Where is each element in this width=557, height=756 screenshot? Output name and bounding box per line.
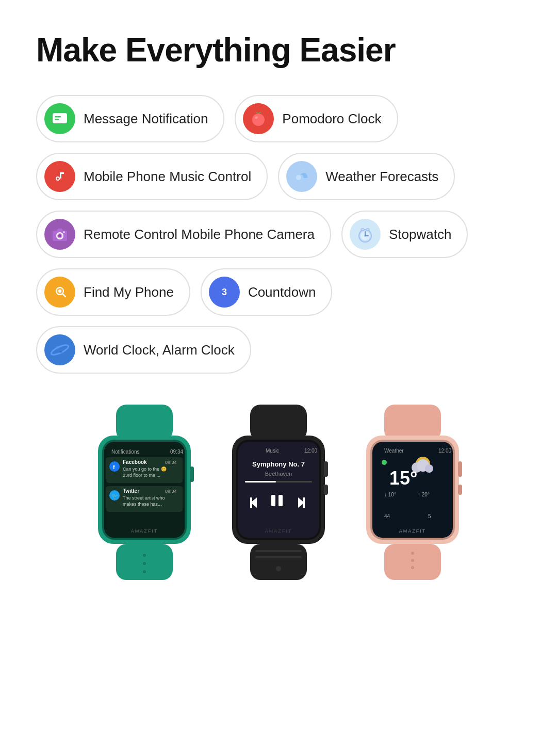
svg-text:09:34: 09:34 (165, 460, 177, 465)
svg-rect-89 (372, 442, 453, 538)
features-row-4: Find My Phone 3 Countdown (36, 268, 521, 316)
feature-pill-weather: Weather Forecasts (278, 153, 455, 200)
features-grid: Message Notification Pomodoro Clock (36, 95, 521, 374)
svg-text:Can you go to the 😊: Can you go to the 😊 (123, 466, 167, 472)
message-notification-label: Message Notification (84, 111, 208, 127)
svg-text:5: 5 (428, 513, 431, 519)
svg-rect-85 (384, 405, 441, 441)
svg-text:🐦: 🐦 (111, 492, 119, 500)
svg-point-13 (296, 175, 301, 180)
svg-text:Symphony No. 7: Symphony No. 7 (252, 460, 305, 468)
svg-text:Twitter: Twitter (123, 488, 139, 494)
world-clock-label: World Clock, Alarm Clock (84, 342, 235, 358)
svg-text:Notifications: Notifications (111, 449, 139, 455)
svg-rect-74 (250, 497, 252, 508)
green-watch: Notifications 09:34 f Facebook 09:34 Can… (83, 405, 206, 582)
svg-point-96 (425, 464, 433, 473)
pomodoro-clock-label: Pomodoro Clock (282, 111, 381, 127)
weather-forecasts-label: Weather Forecasts (325, 169, 438, 185)
svg-rect-103 (458, 461, 462, 477)
svg-text:44: 44 (384, 513, 390, 519)
feature-pill-message-notification: Message Notification (36, 95, 224, 142)
feature-pill-countdown: 3 Countdown (201, 268, 333, 316)
world-clock-icon (44, 334, 75, 365)
svg-text:makes these has...: makes these has... (123, 502, 162, 507)
svg-text:↓ 10°: ↓ 10° (384, 492, 396, 497)
svg-rect-0 (53, 113, 67, 123)
countdown-icon: 3 (209, 277, 240, 308)
svg-rect-76 (278, 495, 283, 506)
svg-rect-1 (55, 116, 61, 118)
stopwatch-icon (350, 219, 381, 250)
svg-rect-72 (245, 481, 276, 482)
svg-rect-81 (324, 485, 328, 495)
feature-pill-music-control: Mobile Phone Music Control (36, 153, 268, 200)
feature-pill-find-phone: Find My Phone (36, 268, 190, 316)
features-row-5: World Clock, Alarm Clock (36, 326, 521, 374)
svg-text:23rd floor to me ...: 23rd floor to me ... (123, 473, 160, 478)
svg-rect-63 (250, 544, 307, 580)
svg-text:12:00: 12:00 (438, 448, 451, 454)
svg-point-16 (58, 234, 61, 237)
weather-forecasts-icon (286, 161, 317, 192)
feature-pill-pomodoro-clock: Pomodoro Clock (235, 95, 398, 142)
svg-rect-104 (458, 485, 462, 495)
svg-rect-66 (238, 442, 319, 538)
svg-text:15°: 15° (389, 468, 417, 489)
svg-point-106 (411, 559, 414, 562)
feature-pill-camera: Remote Control Mobile Phone Camera (36, 211, 331, 258)
feature-pill-world-clock: World Clock, Alarm Clock (36, 326, 251, 374)
watches-section: Notifications 09:34 f Facebook 09:34 Can… (36, 405, 521, 582)
svg-text:Music: Music (266, 448, 279, 454)
camera-icon (44, 219, 75, 250)
svg-point-105 (411, 552, 414, 555)
page-title: Make Everything Easier (36, 31, 521, 69)
black-watch: Music 12:00 Symphony No. 7 Beethoven (217, 405, 340, 582)
message-notification-icon (44, 103, 75, 134)
features-row-2: Mobile Phone Music Control Weather Forec… (36, 153, 521, 200)
svg-point-3 (252, 114, 265, 126)
svg-text:AMAZFIT: AMAZFIT (131, 528, 158, 534)
svg-point-27 (58, 289, 61, 293)
svg-text:09:34: 09:34 (165, 489, 177, 494)
find-phone-icon (44, 277, 75, 308)
music-control-label: Mobile Phone Music Control (84, 169, 251, 185)
svg-rect-58 (190, 467, 194, 482)
svg-rect-82 (255, 550, 302, 552)
svg-point-84 (276, 566, 281, 571)
svg-text:3: 3 (222, 287, 227, 297)
find-phone-label: Find My Phone (84, 284, 174, 300)
svg-text:AMAZFIT: AMAZFIT (265, 528, 292, 534)
svg-point-23 (366, 229, 369, 231)
svg-point-34 (59, 351, 62, 353)
countdown-label: Countdown (248, 284, 316, 300)
svg-text:Facebook: Facebook (123, 459, 147, 465)
svg-point-17 (63, 231, 65, 233)
svg-text:AMAZFIT: AMAZFIT (399, 528, 427, 534)
pomodoro-clock-icon (243, 103, 274, 134)
svg-rect-80 (324, 461, 328, 477)
svg-point-92 (382, 460, 387, 465)
features-row-1: Message Notification Pomodoro Clock (36, 95, 521, 142)
svg-text:09:34: 09:34 (170, 449, 183, 455)
page-wrapper: Make Everything Easier Message Notificat… (0, 0, 557, 613)
svg-point-61 (143, 570, 146, 573)
svg-text:Beethoven: Beethoven (265, 471, 292, 477)
feature-pill-stopwatch: Stopwatch (341, 211, 468, 258)
svg-rect-75 (271, 495, 275, 506)
stopwatch-label: Stopwatch (389, 227, 451, 243)
svg-point-60 (143, 562, 146, 565)
svg-point-22 (361, 229, 364, 231)
svg-rect-8 (60, 172, 64, 174)
svg-point-59 (143, 554, 146, 557)
pink-watch: Weather 12:00 15° ↓ 10° ↑ 20° 44 5 AMAZF… (351, 405, 474, 582)
svg-rect-83 (255, 556, 302, 558)
svg-point-107 (411, 566, 414, 569)
svg-text:f: f (113, 464, 115, 470)
svg-rect-78 (303, 497, 305, 508)
camera-label: Remote Control Mobile Phone Camera (84, 227, 315, 243)
svg-point-24 (365, 235, 366, 237)
svg-text:↑ 20°: ↑ 20° (418, 492, 430, 497)
music-control-icon (44, 161, 75, 192)
svg-text:12:00: 12:00 (304, 448, 317, 454)
